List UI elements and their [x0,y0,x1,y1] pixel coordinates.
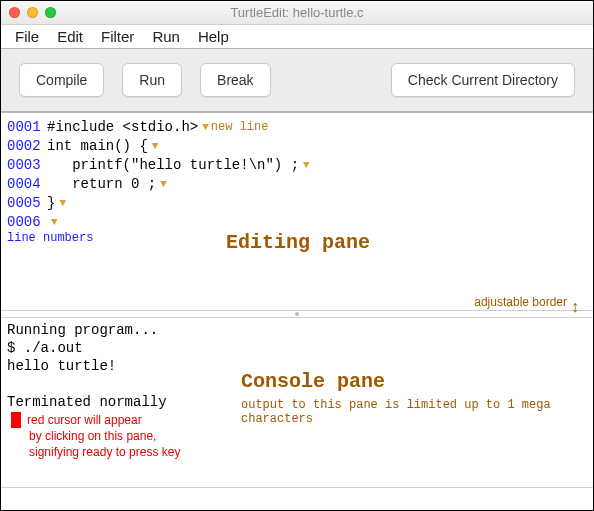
menu-file[interactable]: File [15,28,39,45]
code-text: #include <stdio.h> [47,119,198,135]
editing-pane[interactable]: Editing pane 0001#include <stdio.h>▼new … [1,113,593,310]
pane-splitter[interactable]: adjustable border ↕ [1,310,593,318]
code-line[interactable]: 0001#include <stdio.h>▼new line [7,117,587,136]
menubar: File Edit Filter Run Help [1,25,593,49]
code-line[interactable]: 0003 printf("hello turtle!\n") ;▼ [7,155,587,174]
line-number: 0002 [7,138,47,154]
menu-edit[interactable]: Edit [57,28,83,45]
resize-arrow-icon: ↕ [571,299,579,315]
cursor-note: by clicking on this pane, [29,428,587,444]
check-directory-button[interactable]: Check Current Directory [391,63,575,97]
fold-marker-icon[interactable]: ▼ [152,140,159,152]
toolbar: Compile Run Break Check Current Director… [1,49,593,113]
menu-filter[interactable]: Filter [101,28,134,45]
cursor-note: signifying ready to press key [29,444,587,460]
footer [1,488,593,510]
code-text: printf("hello turtle!\n") ; [47,157,299,173]
fold-marker-icon[interactable]: ▼ [160,178,167,190]
console-limit-label: output to this pane is limited up to 1 m… [241,398,593,426]
console-pane-label: Console pane [241,370,385,393]
code-line[interactable]: 0005}▼ [7,193,587,212]
window-title: TurtleEdit: hello-turtle.c [1,5,593,20]
cursor-icon [11,412,21,428]
code-text: return 0 ; [47,176,156,192]
fold-marker-icon[interactable]: ▼ [202,121,209,133]
console-line: Running program... [7,322,587,340]
code-line[interactable]: 0006▼ [7,212,587,231]
code-line[interactable]: 0002int main() {▼ [7,136,587,155]
titlebar: TurtleEdit: hello-turtle.c [1,1,593,25]
menu-help[interactable]: Help [198,28,229,45]
compile-button[interactable]: Compile [19,63,104,97]
break-button[interactable]: Break [200,63,271,97]
line-number: 0001 [7,119,47,135]
line-number: 0005 [7,195,47,211]
fold-marker-icon[interactable]: ▼ [59,197,66,209]
fold-marker-icon[interactable]: ▼ [51,216,58,228]
menu-run[interactable]: Run [152,28,180,45]
line-number: 0003 [7,157,47,173]
console-pane[interactable]: Console pane output to this pane is limi… [1,318,593,488]
fold-marker-icon[interactable]: ▼ [303,159,310,171]
cursor-note: red cursor will appear [27,413,142,427]
console-line: $ ./a.out [7,340,587,358]
line-number: 0004 [7,176,47,192]
line-annotation: new line [211,120,269,134]
grip-icon [295,312,299,316]
code-text: int main() { [47,138,148,154]
code-text: } [47,195,55,211]
editing-pane-label: Editing pane [226,231,370,254]
run-button[interactable]: Run [122,63,182,97]
adjustable-border-label: adjustable border [474,295,567,309]
code-line[interactable]: 0004 return 0 ;▼ [7,174,587,193]
line-number: 0006 [7,214,47,230]
app-window: TurtleEdit: hello-turtle.c File Edit Fil… [0,0,594,511]
